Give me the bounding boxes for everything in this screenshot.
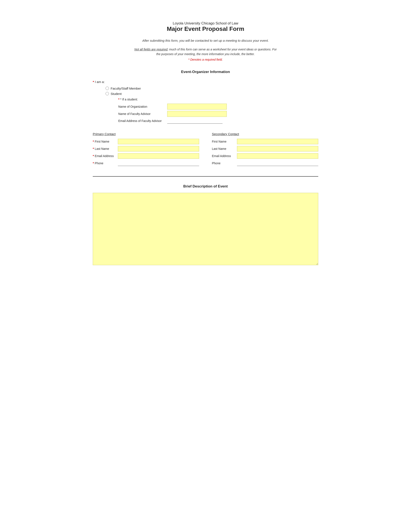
student-if-label: * * If a student: (118, 98, 318, 101)
radio-student-input[interactable] (105, 92, 109, 95)
secondary-phone-label: Phone (212, 162, 235, 165)
primary-first-name-input[interactable] (118, 139, 199, 144)
secondary-contact-column: Secondary Contact First Name Last Name E… (212, 132, 318, 168)
required-star-iam: * (93, 80, 94, 84)
secondary-contact-title: Secondary Contact (212, 132, 318, 136)
org-name-row: Name of Organization (118, 104, 318, 110)
notice-text: Not all fields are required; much of thi… (93, 47, 318, 57)
organizer-section-title: Event-Organizer Information (93, 70, 318, 74)
notice-line1-cont: ; much of this form can serve as a works… (168, 48, 277, 51)
org-name-input[interactable] (167, 104, 227, 110)
student-section: * * If a student: Name of Organization N… (118, 98, 318, 124)
primary-phone-label: * Phone (93, 162, 116, 165)
req-star-3: * (93, 154, 94, 158)
contacts-section: Primary Contact * First Name * Last Name… (93, 132, 318, 168)
secondary-last-name-input[interactable] (237, 146, 318, 152)
page-container: Loyola University Chicago School of Law … (88, 13, 323, 275)
header-title: Major Event Proposal Form (93, 26, 318, 32)
section-divider (93, 176, 318, 177)
secondary-phone-input[interactable] (237, 161, 318, 166)
primary-first-label: * First Name (93, 140, 116, 143)
faculty-email-label: Email Address of Faculty Advisor (118, 119, 165, 123)
secondary-email-label: Email Address (212, 154, 235, 158)
primary-last-name-input[interactable] (118, 146, 199, 152)
primary-contact-title: Primary Contact (93, 132, 199, 136)
radio-faculty-label: Faculty/Staff Member (111, 87, 141, 90)
role-radio-group: Faculty/Staff Member Student (105, 87, 318, 95)
req-star-2: * (93, 147, 94, 151)
faculty-email-row: Email Address of Faculty Advisor (118, 118, 318, 124)
notice-line2: the purposes of your meeting, the more i… (156, 52, 255, 56)
primary-email-row: * Email Address (93, 153, 199, 159)
primary-last-label: * Last Name (93, 147, 116, 151)
secondary-first-name-input[interactable] (237, 139, 318, 144)
org-name-label: Name of Organization (118, 105, 165, 108)
brief-desc-title: Brief Description of Event (93, 184, 318, 189)
faculty-advisor-input[interactable] (167, 111, 227, 117)
primary-email-input[interactable] (118, 153, 199, 159)
student-fields: Name of Organization Name of Faculty Adv… (118, 104, 318, 124)
secondary-last-label: Last Name (212, 147, 235, 151)
required-star-student: * (118, 98, 119, 101)
secondary-last-name-row: Last Name (212, 146, 318, 152)
iam-text: I am a: (95, 80, 105, 84)
notice-underline: Not all fields are required (134, 48, 168, 51)
req-star-1: * (93, 140, 94, 143)
secondary-email-row: Email Address (212, 153, 318, 159)
secondary-phone-row: Phone (212, 161, 318, 166)
primary-phone-input[interactable] (118, 161, 199, 166)
faculty-advisor-label: Name of Faculty Advisor (118, 112, 165, 115)
required-note: * Denotes a required field. (93, 58, 318, 61)
radio-student-label: Student (111, 92, 122, 95)
secondary-first-label: First Name (212, 140, 235, 143)
faculty-advisor-row: Name of Faculty Advisor (118, 111, 318, 117)
header-subtitle: Loyola University Chicago School of Law (93, 21, 318, 26)
primary-contact-column: Primary Contact * First Name * Last Name… (93, 132, 199, 168)
intro-text: After submitting this form, you will be … (93, 39, 318, 42)
radio-student: Student (105, 92, 318, 95)
faculty-email-input[interactable] (167, 118, 223, 124)
primary-first-name-row: * First Name (93, 139, 199, 144)
iam-label: * I am a: (93, 80, 318, 84)
primary-email-label: * Email Address (93, 154, 116, 158)
header: Loyola University Chicago School of Law … (93, 21, 318, 32)
secondary-email-input[interactable] (237, 153, 318, 159)
radio-faculty-staff: Faculty/Staff Member (105, 87, 318, 90)
secondary-first-name-row: First Name (212, 139, 318, 144)
student-if-text: * If a student: (120, 98, 138, 101)
primary-phone-row: * Phone (93, 161, 199, 166)
radio-faculty-input[interactable] (105, 87, 109, 90)
brief-desc-textarea[interactable] (93, 193, 318, 265)
req-star-4: * (93, 162, 94, 165)
primary-last-name-row: * Last Name (93, 146, 199, 152)
